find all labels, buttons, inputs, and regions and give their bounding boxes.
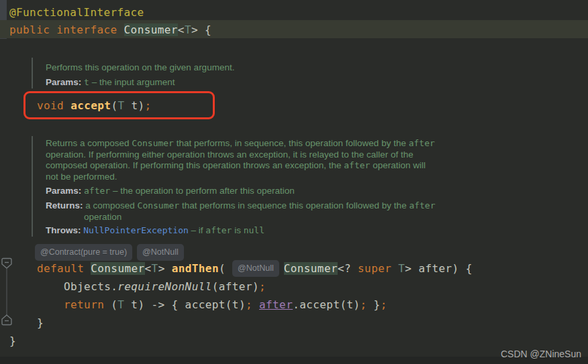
code-token: < — [145, 262, 152, 275]
code-token: Consumer — [91, 262, 144, 275]
doc-andthen-summary-line4[interactable]: not be performed. — [46, 172, 117, 182]
return-lambda-statement[interactable]: return (T t) -> { accept(t); after.accep… — [64, 298, 387, 312]
code-token: default — [37, 262, 91, 275]
code-token: requireNonNull — [117, 280, 211, 293]
doc-andthen-params[interactable]: Params: after – the operation to perform… — [46, 186, 295, 196]
fold-region-end-icon[interactable] — [2, 315, 11, 325]
doc-andthen-summary-line2[interactable]: operation. If performing either operatio… — [46, 149, 413, 160]
code-token: t — [84, 77, 89, 87]
code-token: operation. If performing either operatio… — [46, 149, 413, 160]
code-token: – the operation to perform after this op… — [110, 186, 295, 196]
code-editor[interactable]: @FunctionalInterfacepublic interface Con… — [0, 0, 588, 364]
code-token: T — [185, 23, 191, 36]
doc-comment-bar — [32, 58, 33, 88]
code-token: that performs in sequence this operation… — [179, 200, 409, 210]
code-token: after — [259, 298, 293, 311]
code-token: ; — [246, 298, 252, 311]
code-token: andThen — [172, 262, 219, 275]
code-token: T — [117, 298, 124, 311]
code-token: a composed — [85, 200, 137, 210]
code-token: null — [244, 225, 264, 235]
doc-andthen-throws[interactable]: Throws: NullPointerException – if after … — [46, 225, 264, 236]
code-token: public interface — [9, 23, 124, 36]
code-token: < — [178, 23, 185, 36]
class-closing-brace[interactable]: } — [9, 334, 16, 349]
doc-accept-summary[interactable]: Performs this operation on the given arg… — [46, 62, 234, 73]
code-token: Performs this operation on the given arg… — [46, 62, 234, 72]
code-token: super — [358, 262, 391, 275]
code-token: } — [37, 316, 44, 329]
code-token: Returns a composed — [46, 138, 132, 148]
code-token: after — [205, 225, 232, 235]
doc-comment-bar — [32, 136, 33, 237]
code-token: operation — [84, 212, 121, 222]
andthen-method-declaration[interactable]: default Consumer<T> andThen( @NotNullCon… — [37, 261, 473, 278]
code-token: @FunctionalInterface — [9, 6, 144, 19]
code-token: after — [344, 160, 370, 170]
code-token: operation will — [370, 160, 426, 170]
notnull-inlay-hint[interactable]: @NotNull — [137, 244, 184, 261]
watermark: CSDN @ZNineSun — [501, 349, 581, 359]
code-token: composed operation. If performing this o… — [46, 160, 344, 170]
fold-region-start-icon[interactable] — [2, 259, 11, 269]
code-token: } — [9, 335, 16, 347]
highlight-annotation-box — [23, 91, 215, 119]
annotation-line[interactable]: @FunctionalInterface — [9, 5, 144, 20]
code-token: ; — [259, 280, 266, 293]
code-token: – if — [189, 225, 206, 235]
doc-andthen-summary-line3[interactable]: composed operation. If performing this o… — [46, 160, 426, 171]
code-token: > — [158, 262, 172, 275]
method-closing-brace[interactable]: } — [37, 316, 44, 330]
code-token: T — [152, 262, 158, 275]
notnull-inlay-hint[interactable]: @NotNull — [232, 260, 279, 277]
code-token: ( — [219, 262, 232, 275]
code-token: <? — [338, 262, 358, 275]
code-token: T — [398, 262, 405, 275]
doc-andthen-summary-line1[interactable]: Returns a composed Consumer that perform… — [46, 138, 435, 149]
code-token: Params: — [46, 186, 84, 196]
code-token: > { — [191, 23, 211, 36]
code-token: after — [409, 138, 435, 148]
class-declaration-line[interactable]: public interface Consumer<T> { — [9, 23, 211, 38]
code-token: .accept(t) — [293, 298, 360, 311]
code-token: return — [64, 298, 104, 311]
code-token: Consumer — [138, 200, 180, 210]
code-token: not be performed. — [46, 172, 117, 182]
code-token: that performs, in sequence, this operati… — [174, 138, 409, 148]
code-token: Objects. — [64, 280, 117, 293]
fold-gutter — [1, 257, 14, 332]
code-token: } — [367, 298, 381, 311]
doc-accept-params[interactable]: Params: t – the input argument — [46, 77, 175, 88]
code-token: – the input argument — [89, 77, 175, 87]
code-token: NullPointerException — [83, 225, 189, 235]
doc-andthen-returns[interactable]: Returns: a composed Consumer that perfor… — [46, 200, 436, 211]
require-nonnull-statement[interactable]: Objects.requireNonNull(after); — [64, 280, 266, 294]
code-token: ; — [360, 298, 367, 311]
code-token: Consumer — [132, 138, 174, 148]
code-token: Consumer — [284, 262, 338, 275]
code-token: Returns: — [46, 200, 85, 210]
bottom-band — [0, 357, 588, 364]
code-token: Params: — [46, 77, 84, 87]
code-token: is — [232, 225, 243, 235]
code-token: after — [84, 186, 110, 196]
code-token: ( — [104, 298, 117, 311]
code-token: > after) { — [405, 262, 472, 275]
code-token: t) -> { accept(t) — [124, 298, 246, 311]
doc-andthen-returns-wrap[interactable]: operation — [84, 212, 121, 223]
code-token: Throws: — [46, 225, 83, 235]
code-token — [252, 298, 259, 311]
code-token: after — [409, 200, 435, 210]
code-token: ; — [381, 298, 387, 311]
contract-inlay-hint[interactable]: @Contract(pure = true) — [35, 244, 132, 261]
code-token: (after) — [212, 280, 259, 293]
inlay-hint-line[interactable]: @Contract(pure = true)@NotNull — [35, 245, 189, 262]
code-token — [391, 262, 398, 275]
code-token: Consumer — [124, 23, 178, 36]
